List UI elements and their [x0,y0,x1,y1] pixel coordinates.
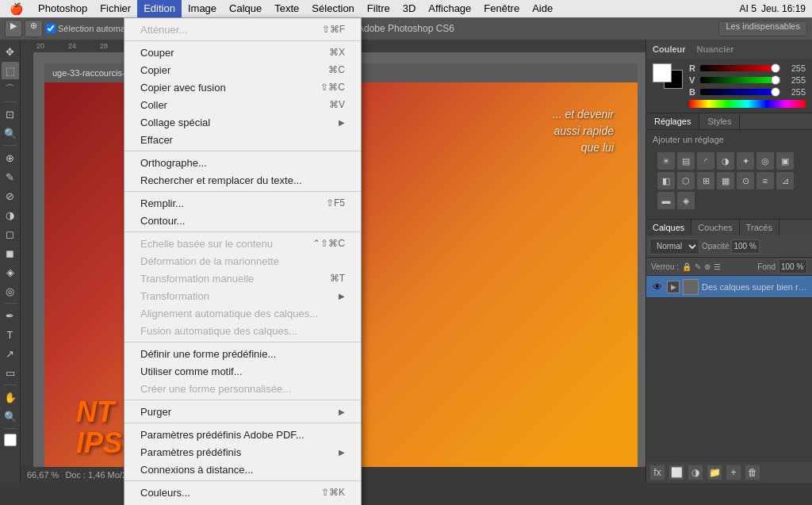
transformation-arrow: ▶ [339,292,345,300]
menu-attenuer-shortcut: ⇧⌘F [322,24,345,35]
purger-arrow: ▶ [339,407,345,416]
menu-couper-shortcut: ⌘X [329,47,345,58]
menu-orthographe[interactable]: Orthographe... [124,154,361,171]
parametres-predef-arrow: ▶ [339,448,345,457]
menu-sep-5 [124,342,361,342]
menu-attribuer-profil[interactable]: Attribuer un profil... [124,501,361,505]
menu-couper-label: Couper [140,47,174,59]
menu-copier[interactable]: Copier ⌘C [124,61,361,78]
menu-sep-4 [124,231,361,232]
menu-couper[interactable]: Couper ⌘X [124,44,361,61]
menu-marionnette[interactable]: Déformation de la marionnette [124,252,361,270]
menu-echelle[interactable]: Echelle basée sur le contenu ⌃⇧⌘C [124,235,361,252]
menu-contour-label: Contour... [140,215,185,227]
menu-remplir-label: Remplir... [140,197,184,209]
menu-copier-shortcut: ⌘C [328,64,345,75]
menu-rechercher-label: Rechercher et remplacer du texte... [140,174,302,186]
menu-orthographe-label: Orthographe... [140,157,207,169]
menu-forme-predefinie-label: Définir une forme prédéfinie... [140,348,276,360]
menu-transformation-label: Transformation [140,290,209,302]
menu-copier-fusion[interactable]: Copier avec fusion ⇧⌘C [124,78,361,96]
menu-coller[interactable]: Coller ⌘V [124,96,361,113]
menu-transf-manuelle-shortcut: ⌘T [330,273,345,284]
menu-rechercher[interactable]: Rechercher et remplacer du texte... [124,171,361,189]
menu-marionnette-label: Déformation de la marionnette [140,255,279,267]
menu-parametres-predef[interactable]: Paramètres prédéfinis ▶ [124,443,361,461]
menu-sep-3 [124,191,361,192]
menu-couleurs-shortcut: ⇧⌘K [321,487,345,498]
menu-utiliser-motif-label: Utiliser comme motif... [140,365,243,377]
menu-contour[interactable]: Contour... [124,212,361,229]
menu-alignement-label: Alignement automatique des calques... [140,308,318,319]
menu-transformation[interactable]: Transformation ▶ [124,287,361,304]
menu-attenuer[interactable]: Atténuer... ⇧⌘F [124,21,361,38]
menu-purger[interactable]: Purger ▶ [124,403,361,420]
menu-sep-2 [124,151,361,151]
menu-forme-predefinie[interactable]: Définir une forme prédéfinie... [124,345,361,362]
menu-sep-1 [124,40,361,41]
menu-transf-manuelle[interactable]: Transformation manuelle ⌘T [124,270,361,287]
menu-fusion[interactable]: Fusion automatique des calques... [124,322,361,339]
menu-coller-label: Coller [140,99,167,111]
menu-forme-perso-label: Créer une forme personnalisée... [140,383,291,395]
menu-echelle-shortcut: ⌃⇧⌘C [312,238,345,249]
menu-collage-special-label: Collage spécial [140,117,210,128]
menu-sep-6 [124,400,361,400]
menu-sep-7 [124,423,361,423]
menu-parametres-predef-label: Paramètres prédéfinis [140,446,241,458]
menu-coller-shortcut: ⌘V [329,99,345,110]
menu-effacer[interactable]: Effacer [124,131,361,148]
menu-sep-8 [124,480,361,481]
menu-couleurs-label: Couleurs... [140,487,190,499]
dropdown-overlay[interactable]: Atténuer... ⇧⌘F Couper ⌘X Copier ⌘C Copi… [0,0,812,505]
menu-echelle-label: Echelle basée sur le contenu [140,238,273,250]
menu-remplir[interactable]: Remplir... ⇧F5 [124,194,361,212]
menu-parametres-adobe-label: Paramètres prédéfinis Adobe PDF... [140,429,304,441]
menu-copier-fusion-shortcut: ⇧⌘C [320,82,345,93]
menu-connexions-label: Connexions à distance... [140,464,253,476]
menu-effacer-label: Effacer [140,134,173,146]
menu-utiliser-motif[interactable]: Utiliser comme motif... [124,362,361,380]
menu-purger-label: Purger [140,406,171,418]
menu-transf-manuelle-label: Transformation manuelle [140,273,254,285]
menu-copier-label: Copier [140,64,170,76]
menu-parametres-adobe[interactable]: Paramètres prédéfinis Adobe PDF... [124,426,361,443]
menu-alignement[interactable]: Alignement automatique des calques... [124,304,361,322]
menu-copier-fusion-label: Copier avec fusion [140,82,226,94]
menu-attenuer-label: Atténuer... [140,24,187,36]
collage-special-arrow: ▶ [339,118,345,127]
menu-forme-perso[interactable]: Créer une forme personnalisée... [124,380,361,397]
menu-remplir-shortcut: ⇧F5 [326,197,345,209]
edition-menu[interactable]: Atténuer... ⇧⌘F Couper ⌘X Copier ⌘C Copi… [124,17,362,505]
menu-connexions[interactable]: Connexions à distance... [124,461,361,478]
menu-fusion-label: Fusion automatique des calques... [140,325,297,337]
menu-couleurs[interactable]: Couleurs... ⇧⌘K [124,484,361,501]
menu-collage-special[interactable]: Collage spécial ▶ [124,113,361,131]
